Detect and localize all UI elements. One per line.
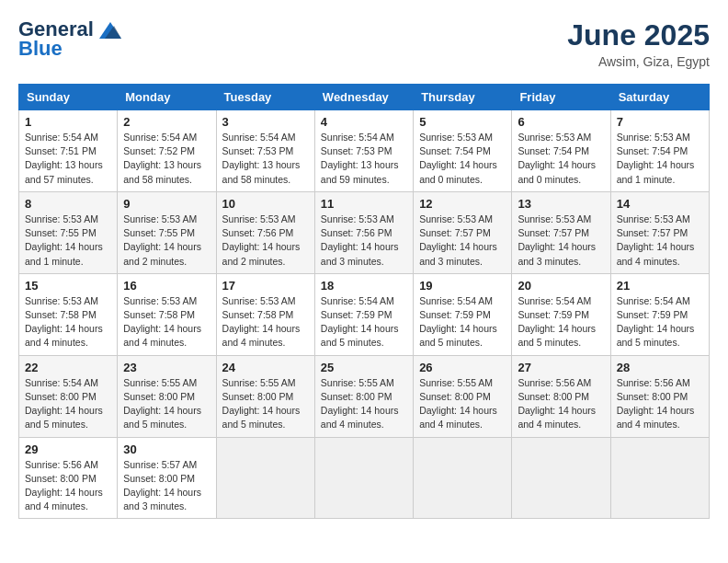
- weekday-header-friday: Friday: [512, 85, 610, 110]
- sunset-label: Sunset: 7:59 PM: [321, 309, 392, 320]
- day-info: Sunrise: 5:54 AM Sunset: 7:53 PM Dayligh…: [222, 131, 309, 187]
- calendar-cell: 6 Sunrise: 5:53 AM Sunset: 7:54 PM Dayli…: [512, 110, 610, 192]
- day-number: 29: [25, 442, 111, 456]
- sunset-label: Sunset: 8:00 PM: [321, 391, 392, 402]
- calendar-cell: 12 Sunrise: 5:53 AM Sunset: 7:57 PM Dayl…: [414, 191, 512, 273]
- sunrise-label: Sunrise: 5:53 AM: [617, 132, 690, 143]
- day-number: 15: [25, 279, 111, 293]
- day-number: 30: [123, 442, 210, 456]
- sunrise-label: Sunrise: 5:54 AM: [617, 295, 690, 306]
- day-number: 12: [419, 197, 506, 211]
- day-info: Sunrise: 5:53 AM Sunset: 7:56 PM Dayligh…: [321, 213, 407, 269]
- day-number: 7: [617, 115, 703, 129]
- day-info: Sunrise: 5:55 AM Sunset: 8:00 PM Dayligh…: [419, 376, 506, 432]
- sunset-label: Sunset: 7:59 PM: [518, 309, 589, 320]
- page-header: General Blue June 2025 Awsim, Giza, Egyp…: [18, 18, 710, 69]
- calendar-cell: [610, 437, 709, 519]
- day-info: Sunrise: 5:56 AM Sunset: 8:00 PM Dayligh…: [617, 376, 703, 432]
- sunset-label: Sunset: 7:54 PM: [617, 145, 688, 156]
- sunrise-label: Sunrise: 5:55 AM: [123, 377, 197, 388]
- sunrise-label: Sunrise: 5:56 AM: [25, 459, 98, 470]
- daylight-label: Daylight: 14 hours and 0 minutes.: [419, 159, 497, 184]
- day-number: 24: [222, 361, 309, 374]
- day-number: 13: [518, 197, 604, 211]
- sunrise-label: Sunrise: 5:57 AM: [123, 459, 197, 470]
- day-number: 17: [222, 279, 309, 293]
- day-number: 27: [518, 361, 604, 374]
- calendar-week-row: 8 Sunrise: 5:53 AM Sunset: 7:55 PM Dayli…: [19, 191, 710, 273]
- calendar-cell: 9 Sunrise: 5:53 AM Sunset: 7:55 PM Dayli…: [118, 191, 216, 273]
- sunrise-label: Sunrise: 5:54 AM: [321, 295, 394, 306]
- sunrise-label: Sunrise: 5:54 AM: [222, 132, 296, 143]
- day-info: Sunrise: 5:53 AM Sunset: 7:57 PM Dayligh…: [617, 213, 703, 269]
- weekday-header-monday: Monday: [118, 85, 216, 110]
- sunrise-label: Sunrise: 5:54 AM: [25, 132, 98, 143]
- sunset-label: Sunset: 7:55 PM: [123, 227, 195, 238]
- calendar-cell: 22 Sunrise: 5:54 AM Sunset: 8:00 PM Dayl…: [19, 355, 118, 437]
- day-number: 4: [321, 115, 407, 129]
- daylight-label: Daylight: 14 hours and 3 minutes.: [321, 241, 399, 266]
- sunrise-label: Sunrise: 5:54 AM: [321, 132, 394, 143]
- day-info: Sunrise: 5:54 AM Sunset: 7:53 PM Dayligh…: [321, 131, 407, 187]
- day-info: Sunrise: 5:54 AM Sunset: 7:59 PM Dayligh…: [321, 294, 407, 350]
- calendar-cell: 30 Sunrise: 5:57 AM Sunset: 8:00 PM Dayl…: [118, 437, 216, 519]
- weekday-header-sunday: Sunday: [19, 85, 118, 110]
- calendar-cell: [216, 437, 314, 519]
- sunrise-label: Sunrise: 5:55 AM: [419, 377, 493, 388]
- weekday-header-wednesday: Wednesday: [314, 85, 413, 110]
- sunset-label: Sunset: 8:00 PM: [222, 391, 294, 402]
- calendar-week-row: 29 Sunrise: 5:56 AM Sunset: 8:00 PM Dayl…: [19, 437, 710, 519]
- daylight-label: Daylight: 14 hours and 5 minutes.: [321, 323, 399, 348]
- sunset-label: Sunset: 7:59 PM: [419, 309, 491, 320]
- day-number: 18: [321, 279, 407, 293]
- sunset-label: Sunset: 7:57 PM: [419, 227, 491, 238]
- day-info: Sunrise: 5:55 AM Sunset: 8:00 PM Dayligh…: [321, 376, 407, 432]
- calendar-cell: 17 Sunrise: 5:53 AM Sunset: 7:58 PM Dayl…: [216, 273, 314, 355]
- calendar-table: SundayMondayTuesdayWednesdayThursdayFrid…: [18, 84, 710, 519]
- day-number: 25: [321, 361, 407, 374]
- sunset-label: Sunset: 7:58 PM: [222, 309, 294, 320]
- day-info: Sunrise: 5:53 AM Sunset: 7:55 PM Dayligh…: [123, 213, 210, 269]
- location-text: Awsim, Giza, Egypt: [567, 54, 710, 69]
- calendar-cell: 8 Sunrise: 5:53 AM Sunset: 7:55 PM Dayli…: [19, 191, 118, 273]
- calendar-cell: 29 Sunrise: 5:56 AM Sunset: 8:00 PM Dayl…: [19, 437, 118, 519]
- calendar-cell: 7 Sunrise: 5:53 AM Sunset: 7:54 PM Dayli…: [610, 110, 709, 192]
- daylight-label: Daylight: 13 hours and 58 minutes.: [123, 159, 201, 184]
- sunset-label: Sunset: 7:53 PM: [222, 145, 294, 156]
- sunset-label: Sunset: 7:57 PM: [518, 227, 589, 238]
- calendar-week-row: 1 Sunrise: 5:54 AM Sunset: 7:51 PM Dayli…: [19, 110, 710, 192]
- sunrise-label: Sunrise: 5:53 AM: [123, 295, 197, 306]
- daylight-label: Daylight: 14 hours and 5 minutes.: [617, 323, 695, 348]
- day-number: 20: [518, 279, 604, 293]
- sunrise-label: Sunrise: 5:54 AM: [25, 377, 98, 388]
- day-info: Sunrise: 5:54 AM Sunset: 7:52 PM Dayligh…: [123, 131, 210, 187]
- day-number: 22: [25, 361, 111, 374]
- calendar-cell: [512, 437, 610, 519]
- sunset-label: Sunset: 7:53 PM: [321, 145, 392, 156]
- sunset-label: Sunset: 8:00 PM: [617, 391, 688, 402]
- daylight-label: Daylight: 14 hours and 5 minutes.: [419, 323, 497, 348]
- calendar-cell: 19 Sunrise: 5:54 AM Sunset: 7:59 PM Dayl…: [414, 273, 512, 355]
- day-number: 21: [617, 279, 703, 293]
- sunset-label: Sunset: 7:54 PM: [419, 145, 491, 156]
- daylight-label: Daylight: 14 hours and 4 minutes.: [419, 405, 497, 430]
- sunset-label: Sunset: 8:00 PM: [419, 391, 491, 402]
- sunrise-label: Sunrise: 5:53 AM: [419, 213, 493, 224]
- calendar-cell: 5 Sunrise: 5:53 AM Sunset: 7:54 PM Dayli…: [414, 110, 512, 192]
- calendar-cell: 14 Sunrise: 5:53 AM Sunset: 7:57 PM Dayl…: [610, 191, 709, 273]
- daylight-label: Daylight: 14 hours and 4 minutes.: [123, 323, 201, 348]
- calendar-cell: 1 Sunrise: 5:54 AM Sunset: 7:51 PM Dayli…: [19, 110, 118, 192]
- calendar-cell: 3 Sunrise: 5:54 AM Sunset: 7:53 PM Dayli…: [216, 110, 314, 192]
- sunset-label: Sunset: 7:56 PM: [321, 227, 392, 238]
- day-number: 3: [222, 115, 309, 129]
- day-info: Sunrise: 5:56 AM Sunset: 8:00 PM Dayligh…: [25, 458, 111, 514]
- day-info: Sunrise: 5:53 AM Sunset: 7:54 PM Dayligh…: [419, 131, 506, 187]
- day-info: Sunrise: 5:53 AM Sunset: 7:55 PM Dayligh…: [25, 213, 111, 269]
- day-number: 14: [617, 197, 703, 211]
- calendar-body: 1 Sunrise: 5:54 AM Sunset: 7:51 PM Dayli…: [19, 110, 710, 519]
- daylight-label: Daylight: 14 hours and 1 minute.: [617, 159, 695, 184]
- sunrise-label: Sunrise: 5:53 AM: [617, 213, 690, 224]
- weekday-header-tuesday: Tuesday: [216, 85, 314, 110]
- sunrise-label: Sunrise: 5:53 AM: [25, 295, 98, 306]
- day-info: Sunrise: 5:53 AM Sunset: 7:54 PM Dayligh…: [518, 131, 604, 187]
